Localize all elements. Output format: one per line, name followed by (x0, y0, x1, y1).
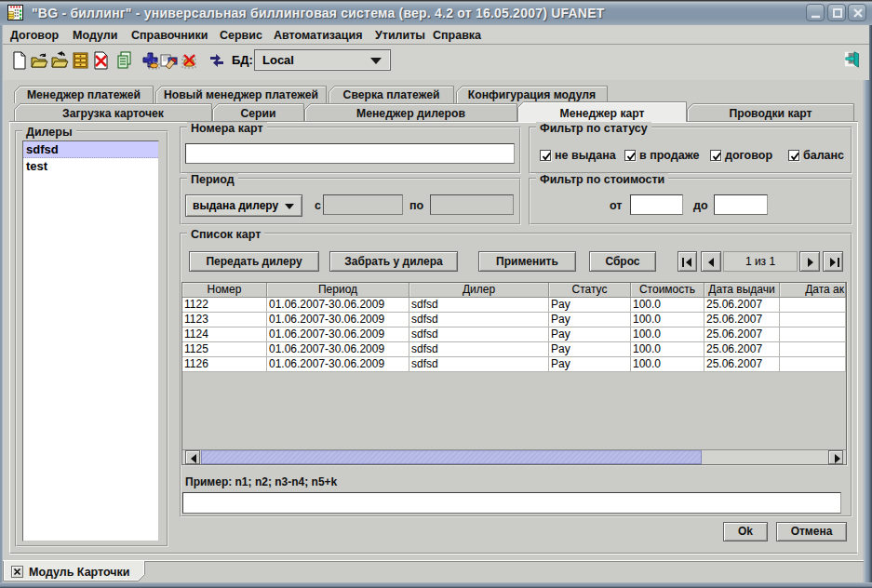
svg-text:Менеджер платежей: Менеджер платежей (27, 88, 141, 101)
svg-text:Загрузка карточек: Загрузка карточек (62, 107, 165, 120)
svg-text:Менеджер карт: Менеджер карт (559, 107, 644, 120)
svg-text:Конфигурация модуля: Конфигурация модуля (468, 88, 596, 101)
svg-text:Серии: Серии (240, 107, 275, 120)
svg-text:Менеджер дилеров: Менеджер дилеров (356, 107, 465, 120)
svg-text:Проводки карт: Проводки карт (729, 107, 812, 120)
svg-text:Сверка платежей: Сверка платежей (343, 88, 440, 101)
svg-text:Новый менеджер платежей: Новый менеджер платежей (164, 88, 318, 101)
